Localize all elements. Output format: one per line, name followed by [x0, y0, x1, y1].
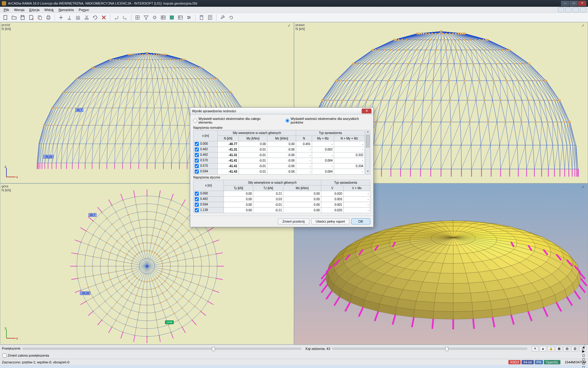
nav-grid2-icon[interactable]: ▤ — [564, 346, 570, 351]
svg-line-2257 — [467, 40, 475, 50]
svg-point-3062 — [137, 212, 138, 213]
scroll-down-icon[interactable]: ▼ — [366, 170, 370, 174]
svg-line-173 — [62, 125, 71, 144]
view3d-icon[interactable] — [168, 14, 175, 21]
nav-btn-d[interactable]: ◻ — [582, 365, 586, 368]
menu-plik[interactable]: Plik — [1, 7, 12, 12]
delete-icon[interactable] — [100, 14, 107, 21]
svg-line-343 — [168, 108, 170, 125]
view-toggle-1[interactable] — [558, 7, 564, 12]
refresh-icon[interactable] — [228, 14, 235, 21]
svg-point-2922 — [158, 245, 159, 247]
row-checkbox[interactable]: 0.482 — [194, 152, 218, 158]
nav-grid3-icon[interactable]: ▥ — [571, 346, 578, 351]
full-report-button[interactable]: Utwórz pełny raport — [311, 218, 349, 224]
row-checkbox[interactable]: 0.000 — [194, 191, 224, 197]
menu-narzedzia[interactable]: Narzędzia — [56, 7, 76, 12]
scroll-thumb[interactable] — [366, 135, 370, 148]
nav-lock-icon[interactable]: 🔒 — [548, 346, 554, 351]
svg-line-1527 — [567, 145, 569, 169]
redo-icon[interactable] — [121, 14, 129, 21]
change-section-button[interactable]: Zmień przekrój — [278, 218, 309, 224]
row-checkbox[interactable]: 0.594 — [194, 202, 224, 208]
svg-line-1891 — [523, 81, 528, 100]
svg-point-3095 — [106, 218, 107, 219]
new-file-icon[interactable] — [2, 14, 9, 21]
view-toggle-3[interactable] — [573, 7, 579, 12]
row-checkbox[interactable]: 0.594 — [194, 169, 218, 174]
calc-icon[interactable] — [198, 14, 205, 21]
svg-point-2627 — [484, 99, 485, 101]
open-file-icon[interactable] — [10, 14, 18, 21]
view-toggle-4[interactable] — [580, 7, 586, 12]
expand-icon[interactable]: ⤢ — [288, 24, 292, 28]
svg-line-83 — [147, 144, 155, 163]
maximize-button[interactable]: ▭ — [570, 1, 578, 6]
svg-line-442 — [106, 92, 111, 108]
nav-up-icon[interactable]: ▲ — [540, 346, 546, 351]
filter-icon[interactable] — [142, 14, 150, 21]
svg-line-2188 — [377, 40, 399, 50]
row-checkbox[interactable]: 0.570 — [194, 163, 218, 169]
node-icon[interactable] — [57, 14, 65, 21]
table-scrollbar[interactable]: ▲ ▼ — [365, 130, 370, 174]
svg-point-2878 — [134, 255, 136, 257]
rotate-icon[interactable] — [92, 14, 99, 21]
svg-line-1945 — [354, 64, 372, 81]
gear-icon[interactable] — [151, 14, 158, 21]
expand-icon[interactable]: ⤢ — [582, 185, 586, 189]
table-icon[interactable] — [160, 14, 167, 21]
row-checkbox[interactable]: 0.482 — [194, 197, 224, 202]
row-checkbox[interactable]: 1.139 — [194, 208, 224, 213]
nav-right-icon[interactable]: ▶ — [582, 349, 586, 353]
close-button[interactable]: ✕ — [578, 1, 586, 6]
menu-pomoc[interactable]: Pomoc — [76, 7, 92, 12]
save-icon[interactable] — [19, 14, 26, 21]
svg-point-2969 — [172, 295, 173, 297]
ok-button[interactable]: OK — [351, 218, 370, 224]
nav-btn-a[interactable]: ◻ — [582, 353, 586, 357]
load-icon[interactable] — [74, 14, 82, 21]
svg-line-440 — [100, 92, 111, 108]
data-icon[interactable] — [177, 14, 184, 21]
svg-point-2638 — [340, 80, 341, 81]
svg-point-3022 — [111, 236, 112, 237]
svg-point-3002 — [190, 282, 192, 283]
svg-line-2038 — [528, 64, 544, 81]
wrench-icon[interactable] — [219, 14, 226, 21]
svg-line-601 — [173, 79, 178, 92]
view-toggle-2[interactable] — [565, 7, 571, 12]
zoom-slider[interactable] — [22, 348, 301, 350]
angle-slider[interactable] — [332, 348, 527, 350]
copy-icon[interactable] — [36, 14, 43, 21]
nav-close-icon[interactable]: ✕ — [532, 346, 538, 351]
nav-grid1-icon[interactable]: ▦ — [556, 346, 562, 351]
radio-all-points[interactable]: Wyświetl wartości ekstremalne dla wszyst… — [285, 117, 370, 124]
scroll-up-icon[interactable]: ▲ — [366, 130, 370, 135]
svg-line-1623 — [497, 122, 500, 145]
expand-icon[interactable]: ⤢ — [582, 24, 586, 28]
row-checkbox[interactable]: 0.000 — [194, 141, 218, 147]
menu-widok[interactable]: Widok — [42, 7, 56, 12]
row-checkbox[interactable]: 0.570 — [194, 158, 218, 163]
report-icon[interactable] — [206, 14, 214, 21]
dialog-close-icon[interactable]: ✕ — [362, 109, 371, 113]
radio-whole-element[interactable]: Wyświetl wartości ekstremalne dla całego… — [193, 117, 273, 124]
svg-line-472 — [172, 92, 175, 108]
range-checkbox[interactable] — [2, 354, 6, 358]
print-icon[interactable] — [45, 14, 52, 21]
grid-icon[interactable] — [134, 14, 141, 21]
save-as-icon[interactable] — [28, 14, 35, 21]
undo-icon[interactable] — [113, 14, 120, 21]
settings-icon[interactable] — [185, 14, 193, 21]
row-checkbox[interactable]: 0.482 — [194, 147, 218, 152]
minimize-button[interactable]: — — [561, 1, 569, 6]
svg-point-1340 — [153, 54, 155, 55]
svg-line-187 — [93, 125, 95, 144]
cut-icon[interactable] — [83, 14, 90, 21]
nav-down-icon[interactable]: ▼ — [582, 346, 586, 349]
support-icon[interactable] — [66, 14, 73, 21]
svg-point-1298 — [181, 67, 182, 68]
menu-edycja[interactable]: Edycja — [27, 7, 42, 12]
menu-wersja[interactable]: Wersja — [12, 7, 27, 12]
